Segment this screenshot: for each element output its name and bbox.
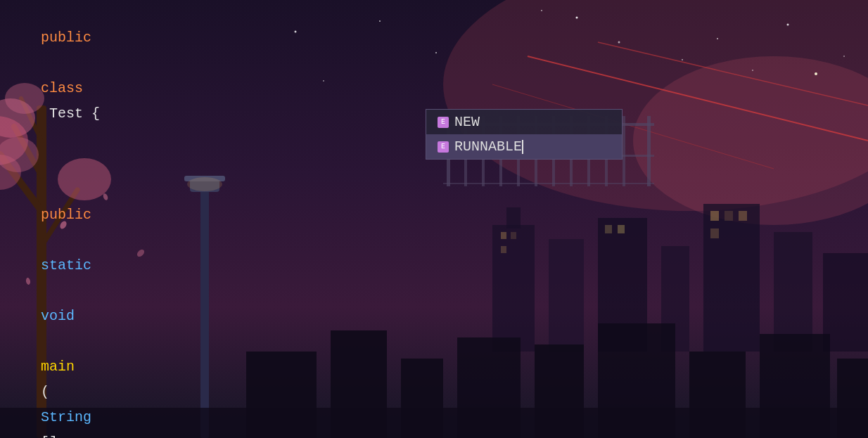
- keyword-public: public: [41, 30, 91, 46]
- item-icon-runnable: E: [438, 141, 449, 153]
- autocomplete-label-new: NEW: [454, 114, 480, 130]
- keyword-public2: public: [41, 207, 91, 223]
- keyword-static: static: [41, 257, 91, 273]
- autocomplete-item-new[interactable]: E NEW: [426, 110, 622, 134]
- autocomplete-dropdown[interactable]: E NEW E RUNNABLE: [426, 109, 623, 160]
- code-editor: public class Test { public static void m…: [0, 0, 868, 438]
- item-icon-new: E: [438, 117, 449, 128]
- autocomplete-cursor: [522, 140, 523, 154]
- autocomplete-item-runnable[interactable]: E RUNNABLE: [426, 134, 622, 159]
- type-string: String: [41, 409, 91, 425]
- method-main: main: [41, 359, 75, 375]
- autocomplete-label-runnable: RUNNABLE: [454, 139, 522, 155]
- keyword-void: void: [41, 308, 75, 324]
- code-line-2: public static void main ( String [] args…: [0, 152, 868, 438]
- keyword-class: class: [41, 80, 83, 96]
